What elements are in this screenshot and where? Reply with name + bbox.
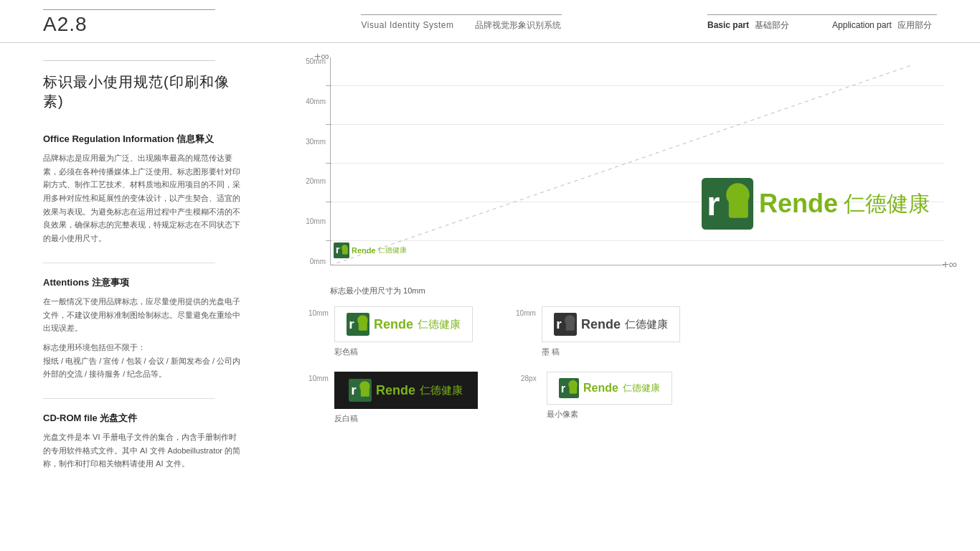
y-label-40: 40mm bbox=[294, 98, 330, 105]
color-size-label: 10mm bbox=[308, 309, 329, 317]
ink-cn: 仁德健康 bbox=[625, 318, 668, 331]
svg-line-0 bbox=[330, 65, 913, 265]
reverse-sample-icon: r bbox=[349, 379, 372, 402]
header-nav-right: Basic part 基础部分 Application part 应用部分 bbox=[707, 14, 937, 32]
reverse-size-label: 10mm bbox=[308, 375, 329, 382]
color-sample-box: r Rende 仁德健康 bbox=[334, 306, 473, 342]
color-rende: Rende bbox=[374, 317, 413, 332]
large-logo-diagram: r Rende 仁德健康 bbox=[702, 178, 930, 230]
y-axis-labels: 0mm 10mm 20mm 30mm 40mm 50mm bbox=[294, 57, 330, 265]
page-title: 标识最小使用规范(印刷和像素) bbox=[43, 72, 244, 111]
svg-rect-24 bbox=[570, 385, 578, 394]
svg-rect-12 bbox=[359, 320, 367, 330]
y-label-20: 20mm bbox=[294, 177, 330, 185]
cdrom-title: CD-ROM file 光盘文件 bbox=[43, 412, 244, 425]
header-title-cn: 品牌视觉形象识别系统 bbox=[475, 19, 561, 32]
svg-rect-16 bbox=[566, 320, 575, 330]
color-sample-icon: r bbox=[347, 313, 369, 336]
samples-row-1: 10mm r Rende 仁德健康 彩色稿 bbox=[308, 306, 958, 357]
ink-rende: Rende bbox=[581, 317, 621, 332]
sample-color: 10mm r Rende 仁德健康 彩色稿 bbox=[308, 306, 473, 357]
small-logo-diagram: r Rende 仁德健康 bbox=[334, 242, 407, 258]
svg-rect-8 bbox=[729, 194, 748, 217]
sample-reverse: 10mm r Rende 仁德健康 反白稿 bbox=[308, 372, 478, 424]
sep1 bbox=[43, 263, 215, 263]
nav-basic[interactable]: Basic part 基础部分 bbox=[707, 19, 789, 32]
y-label-30: 30mm bbox=[294, 138, 330, 146]
scale-caption: 标志最小使用尺寸为 10mm bbox=[330, 286, 958, 296]
ink-sample-box: r Rende 仁德健康 bbox=[542, 306, 680, 342]
left-panel: 标识最小使用规范(印刷和像素) Office Regulation Inform… bbox=[0, 43, 273, 551]
svg-rect-20 bbox=[361, 386, 369, 396]
small-logo-cn: 仁德健康 bbox=[378, 245, 407, 255]
scale-diagram: 0mm 10mm 20mm 30mm 40mm 50mm +∞ +∞ bbox=[294, 57, 958, 280]
page-container: A2.8 Visual Identity System 品牌视觉形象识别系统 B… bbox=[0, 0, 980, 551]
svg-text:r: r bbox=[707, 185, 720, 222]
info-section-attentions: Attentions 注意事项 在一般情况下使用品牌标志，应尽量使用提供的光盘电… bbox=[43, 276, 244, 381]
pixel-rende: Rende bbox=[583, 382, 618, 395]
svg-text:r: r bbox=[351, 382, 357, 397]
attentions-body1: 在一般情况下使用品牌标志，应尽量使用提供的光盘电子文件，不建议使用标准制图绘制标… bbox=[43, 295, 244, 335]
reverse-cn: 仁德健康 bbox=[420, 384, 463, 397]
samples-row-2: 10mm r Rende 仁德健康 反白稿 bbox=[308, 372, 958, 424]
reverse-sample-box: r Rende 仁德健康 bbox=[334, 372, 478, 409]
y-infinity: +∞ bbox=[314, 50, 329, 63]
large-logo-icon: r bbox=[702, 178, 753, 230]
nav-app-cn: 应用部分 bbox=[897, 19, 932, 32]
svg-rect-4 bbox=[342, 248, 348, 255]
pixel-cn: 仁德健康 bbox=[623, 382, 660, 395]
nav-basic-en: Basic part bbox=[707, 20, 749, 30]
office-body: 品牌标志是应用最为广泛、出现频率最高的规范传达要素，必须在各种传播媒体上广泛使用… bbox=[43, 151, 244, 245]
y-label-10: 10mm bbox=[294, 217, 330, 225]
left-top-divider bbox=[43, 60, 215, 61]
svg-text:r: r bbox=[561, 382, 566, 395]
header: A2.8 Visual Identity System 品牌视觉形象识别系统 B… bbox=[0, 0, 980, 43]
sample-pixel: 28px r Rende 仁德健康 最小像素 bbox=[521, 372, 672, 424]
reverse-label: 反白稿 bbox=[334, 413, 478, 424]
nav-app-en: Application part bbox=[832, 20, 892, 30]
svg-text:r: r bbox=[336, 243, 340, 255]
x-infinity: +∞ bbox=[942, 258, 957, 271]
main-content: 标识最小使用规范(印刷和像素) Office Regulation Inform… bbox=[0, 43, 980, 551]
pixel-label: 最小像素 bbox=[547, 409, 672, 420]
color-cn: 仁德健康 bbox=[418, 318, 461, 331]
cdrom-body: 光盘文件是本 VI 手册电子文件的集合，内含手册制作时的专用软件格式文件。其中 … bbox=[43, 430, 244, 471]
diagonal-svg bbox=[330, 57, 944, 265]
right-panel: 0mm 10mm 20mm 30mm 40mm 50mm +∞ +∞ bbox=[273, 43, 980, 551]
y-label-0: 0mm bbox=[294, 258, 330, 265]
page-number: A2.8 bbox=[43, 13, 215, 36]
ink-size-label: 10mm bbox=[516, 309, 536, 317]
office-title: Office Regulation Information 信息释义 bbox=[43, 133, 244, 146]
info-section-cdrom: CD-ROM file 光盘文件 光盘文件是本 VI 手册电子文件的集合，内含手… bbox=[43, 412, 244, 471]
header-left: A2.8 bbox=[43, 9, 215, 36]
pixel-sample-icon: r bbox=[559, 378, 579, 398]
small-logo-rende: Rende bbox=[352, 246, 376, 255]
info-section-office: Office Regulation Information 信息释义 品牌标志是… bbox=[43, 133, 244, 245]
header-center-divider bbox=[361, 14, 562, 15]
attentions-title: Attentions 注意事项 bbox=[43, 276, 244, 289]
nav-application[interactable]: Application part 应用部分 bbox=[832, 19, 932, 32]
large-logo-cn: 仁德健康 bbox=[844, 189, 930, 219]
svg-text:r: r bbox=[349, 316, 354, 331]
small-logo-icon: r bbox=[334, 242, 349, 258]
pixel-sample-box: r Rende 仁德健康 bbox=[547, 372, 672, 405]
sample-ink: 10mm r Rende 仁德健康 墨 稿 bbox=[516, 306, 680, 357]
nav-basic-cn: 基础部分 bbox=[755, 19, 789, 32]
header-center: Visual Identity System 品牌视觉形象识别系统 bbox=[361, 14, 562, 32]
pixel-size-label: 28px bbox=[521, 375, 541, 382]
header-title-en: Visual Identity System bbox=[362, 20, 454, 30]
sep2 bbox=[43, 398, 215, 399]
ink-sample-icon: r bbox=[554, 313, 577, 336]
header-right-divider bbox=[707, 14, 937, 15]
reverse-rende: Rende bbox=[376, 383, 415, 398]
large-logo-rende: Rende bbox=[759, 189, 838, 219]
attentions-body2: 标志使用环境包括但不限于： 报纸 / 电视广告 / 宣传 / 包装 / 会议 /… bbox=[43, 341, 244, 381]
color-label: 彩色稿 bbox=[334, 347, 473, 357]
ink-label: 墨 稿 bbox=[542, 347, 680, 357]
svg-text:r: r bbox=[556, 316, 562, 331]
header-top-line bbox=[43, 9, 215, 10]
